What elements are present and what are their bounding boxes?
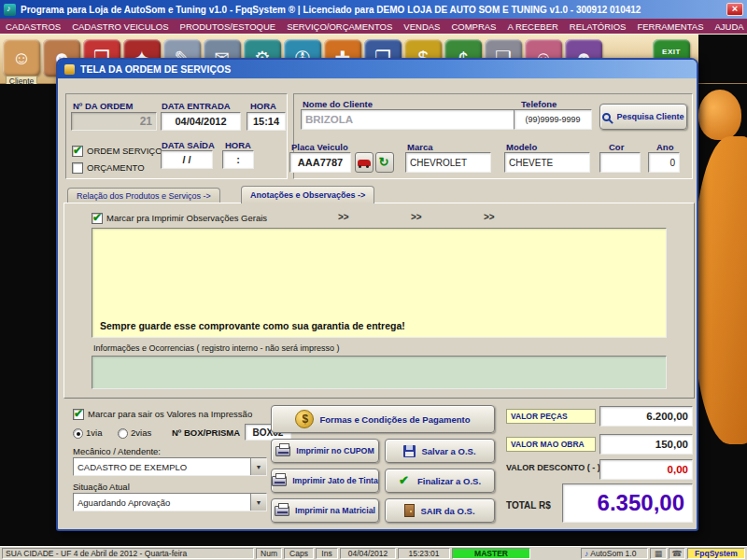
valor-mao-obra-field[interactable]: 150,00 — [599, 434, 693, 455]
imprimir-observacoes-label: Marcar pra Imprimir Observações Gerais — [106, 213, 267, 223]
menu-bar: CADASTROS CADASTRO VEICULOS PRODUTOS/EST… — [0, 19, 747, 34]
hora-entrada-label: HORA — [250, 101, 276, 111]
menu-ajuda[interactable]: AJUDA — [714, 21, 743, 32]
save-disk-icon — [403, 445, 416, 457]
grid-status-icon — [650, 548, 667, 559]
cliente-icon: ☺ — [3, 39, 40, 77]
orcamento-checkbox[interactable] — [72, 162, 83, 174]
info-ocorrencias-label: Informações e Ocorrencias ( registro int… — [93, 343, 340, 353]
chevron-down-icon[interactable] — [250, 458, 266, 475]
tab-anotacoes-label: Anotações e Observações -> — [250, 190, 365, 200]
situacao-label: Situação Atual — [73, 482, 130, 492]
pagamento-button[interactable]: Formas e Condições de Pagamento — [271, 405, 495, 433]
imprimir-matricial-button[interactable]: Imprimir na Matricial — [271, 498, 379, 523]
ocorrencias-textarea[interactable] — [92, 356, 667, 389]
hora-saida-field[interactable]: : — [222, 150, 254, 169]
total-label: TOTAL R$ — [506, 500, 551, 511]
mecanico-label: Mecânico / Atendente: — [73, 446, 161, 456]
mascot-figure-body — [693, 136, 747, 444]
menu-a-receber[interactable]: A RECEBER — [507, 21, 557, 32]
numero-ordem-label: Nº DA ORDEM — [73, 101, 133, 111]
marca-field[interactable]: CHEVROLET — [405, 152, 491, 173]
status-caps-lock: Caps — [284, 548, 314, 559]
menu-servico-orcamentos[interactable]: SERVIÇO/ORÇAMENTOS — [287, 21, 392, 32]
ano-field[interactable]: 0 — [648, 152, 680, 173]
via2-radio[interactable] — [118, 428, 128, 439]
close-button[interactable]: × — [726, 3, 743, 16]
tab-anotacoes[interactable]: Anotações e Observações -> — [241, 186, 374, 203]
valor-pecas-label: VALOR PEÇAS — [506, 409, 596, 424]
sair-os-button[interactable]: SAIR da O.S. — [385, 498, 495, 523]
finalizar-os-button[interactable]: Finalizar a O.S. — [385, 469, 495, 493]
observacoes-text: Sempre guarde esse comprovante como sua … — [100, 320, 405, 331]
telefone-field[interactable]: (99)9999-9999 — [514, 109, 592, 130]
menu-produtos-estoque[interactable]: PRODUTOS/ESTOQUE — [180, 21, 276, 32]
placa-car-button[interactable] — [355, 152, 374, 173]
ordem-servico-dialog: TELA DA ORDEM DE SERVIÇOS Nº DA ORDEM 21… — [56, 58, 698, 531]
imprimir-cupom-button[interactable]: Imprimir no CUPOM — [271, 439, 379, 463]
car-icon — [358, 160, 371, 166]
data-entrada-field[interactable]: 04/04/2012 — [161, 112, 241, 131]
imprimir-valores-label: Marcar para sair os Valores na Impressão — [88, 409, 252, 419]
placa-refresh-button[interactable] — [375, 152, 394, 173]
data-saida-field[interactable]: / / — [161, 150, 213, 169]
door-exit-icon — [404, 504, 415, 517]
status-bar: SUA CIDADE - UF 4 de Abril de 2012 - Qua… — [0, 546, 747, 560]
dialog-icon — [64, 64, 75, 75]
tab-produtos-servicos[interactable]: Relação dos Produtos e Serviços -> — [67, 188, 220, 203]
data-entrada-label: DATA ENTRADA — [162, 101, 231, 111]
mascot-figure-head — [698, 90, 741, 140]
valor-desconto-field[interactable]: 0,00 — [599, 459, 693, 480]
hora-entrada-field[interactable]: 15:14 — [247, 112, 286, 131]
status-date: 04/04/2012 — [340, 548, 396, 559]
menu-ferramentas[interactable]: FERRAMENTAS — [637, 21, 703, 32]
data-saida-label: DATA SAÍDA — [162, 140, 215, 150]
menu-vendas[interactable]: VENDAS — [403, 21, 440, 32]
tab-produtos-label: Relação dos Produtos e Serviços -> — [77, 191, 211, 201]
cor-field[interactable] — [599, 152, 641, 173]
toolbar-button-cliente[interactable]: ☺ Cliente — [3, 36, 40, 87]
app-icon — [4, 4, 16, 16]
window-titlebar: Programa para Loja de AutoSom e Tuning v… — [0, 0, 747, 19]
imprimir-jato-button[interactable]: Imprimir Jato de Tinta — [271, 469, 379, 493]
check-icon — [399, 474, 412, 487]
imprimir-valores-checkbox[interactable] — [73, 409, 84, 420]
numero-ordem-field[interactable]: 21 — [71, 112, 157, 131]
modelo-field[interactable]: CHEVETE — [504, 152, 590, 173]
sair-os-label: SAIR da O.S. — [420, 506, 474, 516]
via2-label: 2vias — [131, 427, 151, 438]
refresh-icon — [379, 157, 391, 169]
imprimir-matricial-label: Imprimir na Matricial — [295, 506, 375, 515]
status-time: 15:23:01 — [398, 548, 450, 559]
ano-label: Ano — [656, 142, 673, 152]
telefone-label: Telefone — [521, 99, 557, 109]
imprimir-cupom-label: Imprimir no CUPOM — [296, 446, 374, 455]
mecanico-dropdown[interactable]: CADASTRO DE EXEMPLO — [73, 457, 267, 476]
cor-label: Cor — [609, 142, 624, 152]
menu-cadastro-veiculos[interactable]: CADASTRO VEICULOS — [72, 21, 168, 32]
observacoes-textarea[interactable]: Sempre guarde esse comprovante como sua … — [92, 228, 667, 338]
situacao-value: Aguardando Aprovação — [78, 497, 250, 508]
situacao-dropdown[interactable]: Aguardando Aprovação — [73, 493, 267, 511]
status-num-lock: Num — [256, 548, 282, 559]
menu-compras[interactable]: COMPRAS — [451, 21, 496, 32]
status-brand: FpqSystem — [687, 548, 745, 559]
valor-pecas-field[interactable]: 6.200,00 — [599, 406, 693, 427]
modelo-label: Modelo — [506, 142, 537, 152]
chevron-3: >> — [484, 212, 495, 222]
imprimir-observacoes-checkbox[interactable] — [92, 213, 103, 224]
ordem-servico-label: ORDEM SERVIÇO — [87, 146, 162, 156]
chevron-down-icon[interactable] — [250, 494, 266, 511]
dialog-titlebar: TELA DA ORDEM DE SERVIÇOS — [58, 60, 697, 78]
hora-saida-label: HORA — [225, 140, 251, 150]
via1-radio[interactable] — [73, 428, 83, 439]
ordem-servico-checkbox[interactable] — [72, 146, 83, 157]
status-location-date: SUA CIDADE - UF 4 de Abril de 2012 - Qua… — [2, 548, 254, 559]
menu-relatorios[interactable]: RELATÓRIOS — [570, 21, 627, 32]
status-user: MASTER — [452, 548, 530, 559]
salvar-os-button[interactable]: Salvar a O.S. — [385, 439, 495, 463]
menu-cadastros[interactable]: CADASTROS — [6, 21, 61, 32]
placa-field[interactable]: AAA7787 — [289, 152, 351, 173]
finalizar-os-label: Finalizar a O.S. — [417, 476, 481, 486]
pesquisa-cliente-button[interactable]: Pesquisa Cliente — [599, 104, 687, 130]
